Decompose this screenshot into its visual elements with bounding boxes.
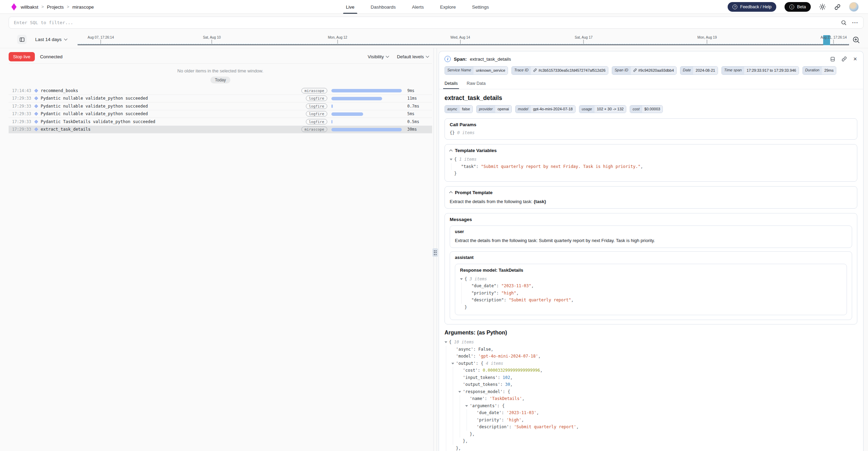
meta-chip-value: #9c942620aa93dbb4 — [631, 67, 676, 74]
json-line: 'arguments': { — [445, 402, 857, 410]
trace-rows: 17:14:43recommend_booksmirascope9ms17:29… — [9, 87, 432, 133]
breadcrumb-separator: > — [41, 4, 44, 9]
trace-row-name: Pydantic nullable validate_python succee… — [41, 111, 148, 116]
prompt-template-text: Extract the details from the following t… — [450, 199, 852, 204]
close-icon[interactable]: × — [853, 56, 857, 62]
breadcrumb-item-willbakst[interactable]: willbakst — [21, 4, 38, 10]
breadcrumb-item-projects[interactable]: Projects — [47, 4, 64, 10]
zoom-in-icon[interactable] — [851, 34, 861, 45]
trace-row[interactable]: 17:29:33Pydantic TaskDetails validate_py… — [9, 118, 432, 126]
span-attribute-chips: asyncfalseprovideropenaimodelgpt-4o-mini… — [445, 105, 857, 113]
json-token-bool: False — [478, 346, 491, 353]
attr-chip-model: modelgpt-4o-mini-2024-07-18 — [515, 105, 576, 113]
template-variables-section: Template Variables { 1 items"task": "Sub… — [445, 144, 857, 182]
copy-link-icon[interactable] — [841, 56, 847, 62]
template-variables-title: Template Variables — [455, 148, 497, 153]
response-model-json: { 3 items"due_date": "2023-11-03","prior… — [460, 275, 842, 311]
timeline[interactable]: Aug 07, 17:26:14Sat, Aug 10Mon, Aug 12We… — [78, 33, 849, 47]
chevron-slot — [460, 275, 465, 280]
indent-guides — [445, 374, 458, 381]
panel-resize-handle[interactable] — [432, 248, 438, 257]
sidebar-toggle-button[interactable] — [17, 35, 27, 44]
json-token-punct: , — [536, 409, 539, 417]
collapse-icon[interactable] — [449, 191, 453, 195]
json-token-punct: , — [491, 346, 493, 353]
visibility-dropdown[interactable]: Visibility — [368, 54, 389, 59]
trace-row[interactable]: 17:29:33Pydantic nullable validate_pytho… — [9, 95, 432, 103]
tab-dashboards[interactable]: Dashboards — [371, 0, 396, 14]
more-menu-icon[interactable]: ··· — [852, 20, 858, 26]
expand-chevron-icon[interactable] — [458, 391, 461, 393]
collapse-icon[interactable] — [449, 149, 453, 153]
tab-alerts[interactable]: Alerts — [412, 0, 424, 14]
json-line: 'response_model': { — [445, 388, 857, 395]
trace-row-name: Pydantic nullable validate_python succee… — [41, 104, 148, 109]
json-token-punct: , — [531, 282, 533, 290]
expand-chevron-icon[interactable] — [450, 159, 452, 160]
meta-chip-label: Trace ID — [512, 67, 531, 74]
trace-row-time: 17:29:33 — [12, 127, 34, 132]
attr-chip-cost: cost$0.00003 — [630, 105, 663, 113]
json-token-punct: , — [510, 381, 512, 388]
breadcrumb-item-mirascope[interactable]: mirascope — [72, 4, 94, 10]
expand-chevron-icon[interactable] — [445, 341, 447, 343]
link-icon[interactable] — [533, 68, 537, 73]
prompt-template-section: Prompt Template Extract the details from… — [445, 186, 857, 209]
share-link-icon[interactable] — [834, 4, 841, 10]
feedback-help-button[interactable]: ? Feedback / Help — [728, 2, 776, 12]
json-token-punct: : { — [503, 388, 510, 395]
trace-row[interactable]: 17:29:33Pydantic nullable validate_pytho… — [9, 110, 432, 118]
response-model-title: Response model: TaskDetails — [460, 268, 842, 273]
tab-details[interactable]: Details — [445, 79, 458, 89]
open-in-panel-icon[interactable] — [830, 57, 835, 62]
trace-row[interactable]: 17:14:43recommend_booksmirascope9ms — [9, 87, 432, 95]
attr-chip-value: gpt-4o-mini-2024-07-18 — [531, 106, 575, 113]
attr-chip-label: model — [516, 106, 531, 113]
default-levels-dropdown[interactable]: Default levels — [397, 54, 429, 59]
json-token-punct: , — [571, 297, 573, 304]
tab-settings[interactable]: Settings — [472, 0, 489, 14]
logfire-logo-icon[interactable] — [11, 3, 17, 11]
main-content: Stop live Connected Visibility Default l… — [0, 48, 868, 451]
json-token-key: 'model' — [456, 353, 473, 360]
meta-chip-span-id: Span ID#9c942620aa93dbb4 — [612, 66, 677, 75]
attr-chip-label: provider — [477, 106, 495, 113]
user-avatar[interactable] — [849, 2, 859, 12]
json-line: } — [450, 170, 852, 177]
meta-chip-text: unknown_service — [476, 69, 505, 72]
prompt-template-title: Prompt Template — [455, 190, 492, 195]
trace-row[interactable]: 17:29:33extract_task_detailsmirascope30m… — [9, 126, 432, 134]
sql-filter-input[interactable] — [14, 20, 841, 25]
meta-chip-value: 2024-08-21 — [693, 67, 717, 74]
scope-tag: logfire — [306, 103, 327, 109]
stop-live-button[interactable]: Stop live — [9, 52, 35, 61]
json-line: 'output': { 4 items — [445, 360, 857, 367]
link-icon[interactable] — [633, 68, 637, 73]
indent-guides — [460, 297, 467, 304]
json-token-punct: : — [500, 381, 505, 388]
json-token-punct: , — [522, 395, 525, 402]
time-range-dropdown[interactable]: Last 14 days — [35, 35, 67, 44]
json-token-punct: }, — [470, 431, 475, 438]
theme-toggle-icon[interactable] — [819, 3, 826, 10]
nav-tabs: LiveDashboardsAlertsExploreSettings — [346, 0, 489, 14]
json-token-key: "description" — [471, 297, 504, 304]
expand-chevron-icon[interactable] — [460, 278, 463, 280]
tab-raw-data[interactable]: Raw Data — [467, 79, 486, 89]
trace-row-name: extract_task_details — [41, 127, 91, 132]
beta-button[interactable]: i Beta — [785, 2, 811, 12]
span-meta-chips: Service Nameunknown_serviceTrace ID#c3b5… — [439, 64, 863, 79]
trace-row[interactable]: 17:29:33Pydantic nullable validate_pytho… — [9, 102, 432, 110]
attr-chip-usage: usage102 + 30 -> 132 — [579, 105, 627, 113]
indent-guides — [445, 360, 451, 367]
tab-live[interactable]: Live — [346, 0, 355, 14]
json-line: "due_date": "2023-11-03", — [460, 282, 842, 290]
json-token-punct: : — [478, 367, 482, 374]
timeline-tick — [101, 40, 101, 44]
tab-explore[interactable]: Explore — [440, 0, 456, 14]
message-text: Extract the details from the following t… — [455, 238, 847, 243]
search-icon[interactable] — [841, 20, 847, 26]
expand-chevron-icon[interactable] — [451, 363, 454, 364]
expand-chevron-icon[interactable] — [465, 405, 468, 407]
json-token-punct: : — [504, 297, 509, 304]
